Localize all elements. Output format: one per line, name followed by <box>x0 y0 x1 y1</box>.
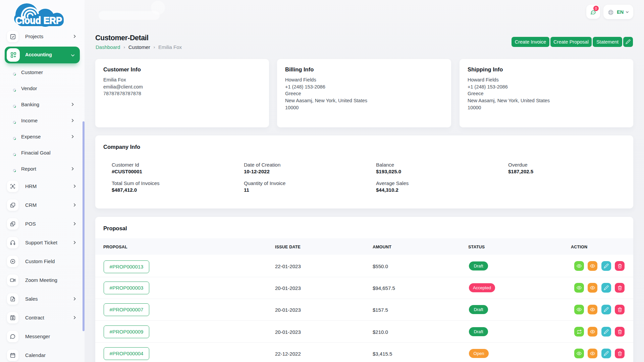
svg-text:Cloud ERP: Cloud ERP <box>15 15 62 26</box>
